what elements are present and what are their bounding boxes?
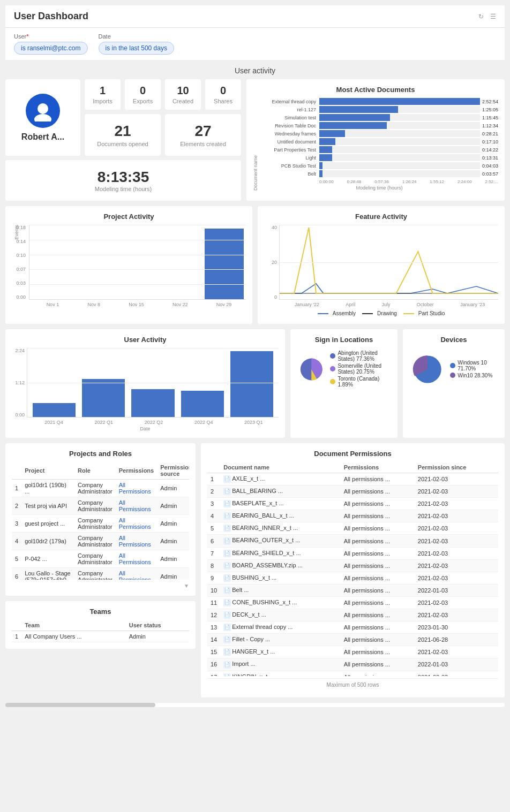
most-active-bar-row: rel-1.1271:25:05 — [260, 106, 498, 113]
devices-card: Devices Windows 10 71.70% Win10 28.30% — [403, 329, 505, 438]
user-activity-x-label: Date — [12, 426, 279, 431]
user-name: Robert A... — [21, 132, 64, 142]
table-row: 2Test proj via APICompany AdministratorA… — [12, 497, 189, 515]
created-stat: 10 Created — [165, 79, 201, 110]
svg-point-1 — [34, 114, 51, 122]
sign-in-locations-card: Sign in Locations Abington (United State… — [290, 329, 398, 438]
most-active-bar-row: Untitled document0:17:10 — [260, 138, 498, 145]
table-row: 11📄CONE_BUSHING_x_t ...All permissions .… — [207, 596, 498, 609]
table-row: 5📄BEARING_INNER_x_t ...All permissions .… — [207, 522, 498, 535]
sign-in-pie-chart — [297, 348, 326, 391]
most-active-bar-row: Light0:13:31 — [260, 154, 498, 161]
teams-table: Team User status 1All Company Users ...A… — [12, 620, 189, 642]
table-row: 8📄BOARD_ASSEMBLY.zip ...All permissions … — [207, 559, 498, 572]
x-axis-label: Modeling time (hours) — [260, 185, 498, 191]
table-row: 17📄KINGPIN_x_t ...All permissions ...202… — [207, 671, 498, 676]
col-source: Permission source — [157, 462, 189, 480]
max-rows-label: Maximum of 500 rows — [207, 678, 498, 691]
table-row: 15📄HANGER_x_t ...All permissions ...2021… — [207, 646, 498, 658]
table-row: 3📄BASEPLATE_x_t ...All permissions ...20… — [207, 498, 498, 510]
feature-y-label: Events — [14, 225, 19, 240]
exports-stat: 0 Exports — [125, 79, 161, 110]
avatar — [26, 94, 60, 128]
most-active-bar-row: External thread copy2:52:54 — [260, 98, 498, 105]
doc-permissions-table: Document name Permissions Permission sin… — [207, 462, 498, 676]
table-row: 13📄External thread copy ...All permissio… — [207, 621, 498, 634]
most-active-bar-row: Belt0:03:57 — [260, 170, 498, 177]
table-row: 1📄AXLE_x_t ...All permissions ...2021-02… — [207, 473, 498, 485]
doc-permissions-card: Document Permissions Document name Permi… — [201, 443, 505, 697]
location-legend-3: Toronto (Canada) 1.89% — [330, 376, 391, 388]
shares-stat: 0 Shares — [205, 79, 241, 110]
table-row: 4📄BEARING_BALL_x_t ...All permissions ..… — [207, 510, 498, 522]
table-row: 6📄BEARING_OUTER_x_t ...All permissions .… — [207, 535, 498, 547]
table-row: 3guest project ...Company AdministratorA… — [12, 515, 189, 533]
date-filter-chip[interactable]: is in the last 500 days — [99, 42, 174, 55]
table-row: 16📄Import ...All permissions ...2022-01-… — [207, 658, 498, 671]
user-activity-chart-card: User Activity 2:241:120:00 — [5, 329, 285, 438]
feature-activity-card: Feature Activity 40200 — [258, 206, 505, 324]
project-activity-card: Project Activity 0:180:140:100:070:030:0… — [5, 206, 252, 324]
assembly-legend: Assembly — [318, 310, 356, 316]
device-legend-1: Windows 10 71.70% — [450, 360, 498, 371]
elements-created-stat: 27 Elements created — [165, 114, 241, 156]
table-row: 2📄BALL_BEARING ...All permissions ...202… — [207, 485, 498, 498]
refresh-icon[interactable]: ↻ — [478, 13, 484, 20]
table-row: 10📄Belt ...All permissions ...2022-01-03 — [207, 584, 498, 596]
table-row: 5P-042 ...Company AdministratorAll Permi… — [12, 550, 189, 568]
projects-roles-table: Project Role Permissions Permission sour… — [12, 462, 189, 580]
col-project: Project — [21, 462, 74, 480]
table-row: 1All Company Users ...Admin — [12, 631, 189, 642]
table-row: 4gol10dr2 (179a)Company AdministratorAll… — [12, 533, 189, 550]
most-active-bar-row: Part Properties Test0:14:22 — [260, 146, 498, 153]
user-filter-label: User* — [14, 33, 88, 40]
col-doc-permissions: Permissions — [341, 462, 415, 473]
most-active-bar-row: PCB Studio Test0:04:03 — [260, 162, 498, 169]
imports-stat: 1 Imports — [85, 79, 121, 110]
part-studio-legend: Part Studio — [403, 310, 445, 316]
table-row: 7📄BEARING_SHIELD_x_t ...All permissions … — [207, 547, 498, 559]
teams-card: Teams Team User status 1All Company User… — [5, 601, 196, 649]
table-row: 6Lou Gallo - Stage (579~0157~6b0...Compa… — [12, 568, 189, 580]
most-active-docs-card: Most Active Documents Document name Exte… — [246, 79, 505, 201]
modeling-time-card: 8:13:35 Modeling time (hours) — [5, 160, 241, 201]
table-row: 9📄BUSHING_x_t ...All permissions ...2021… — [207, 572, 498, 584]
col-team: Team — [21, 620, 126, 631]
col-permission-since: Permission since — [415, 462, 492, 473]
user-activity-section-title: User activity — [5, 66, 505, 75]
page-title: User Dashboard — [14, 11, 88, 22]
most-active-bar-row: Simulation test1:15:45 — [260, 114, 498, 121]
svg-point-0 — [38, 103, 48, 114]
menu-icon[interactable]: ☰ — [490, 13, 496, 20]
drawing-legend: Drawing — [362, 310, 397, 316]
user-filter-chip[interactable]: is ranselmi@ptc.com — [14, 42, 88, 55]
most-active-bar-row: Wednesday frames0:28:21 — [260, 130, 498, 137]
device-legend-2: Win10 28.30% — [450, 373, 498, 378]
table-row: 1gol10dr1 (190b) ...Company Administrato… — [12, 480, 189, 497]
table-row: 14📄Fillet - Copy ...All permissions ...2… — [207, 634, 498, 646]
y-axis-label: Document name — [253, 98, 258, 191]
col-doc-name: Document name — [220, 462, 341, 473]
projects-roles-card: Projects and Roles Project Role Permissi… — [5, 443, 196, 596]
col-permissions: Permissions — [116, 462, 157, 480]
location-legend-2: Somerville (United States) 20.75% — [330, 363, 391, 375]
col-user-status: User status — [126, 620, 189, 631]
location-legend-1: Abington (United States) 77.36% — [330, 350, 391, 362]
devices-pie-chart — [409, 348, 446, 391]
docs-opened-stat: 21 Documents opened — [85, 114, 161, 156]
col-role: Role — [74, 462, 116, 480]
profile-card: Robert A... — [5, 79, 80, 156]
most-active-bar-row: Revision Table Doc1:12:34 — [260, 122, 498, 129]
date-filter-label: Date — [99, 33, 174, 40]
table-row: 12📄DECK_x_t ...All permissions ...2021-0… — [207, 609, 498, 621]
